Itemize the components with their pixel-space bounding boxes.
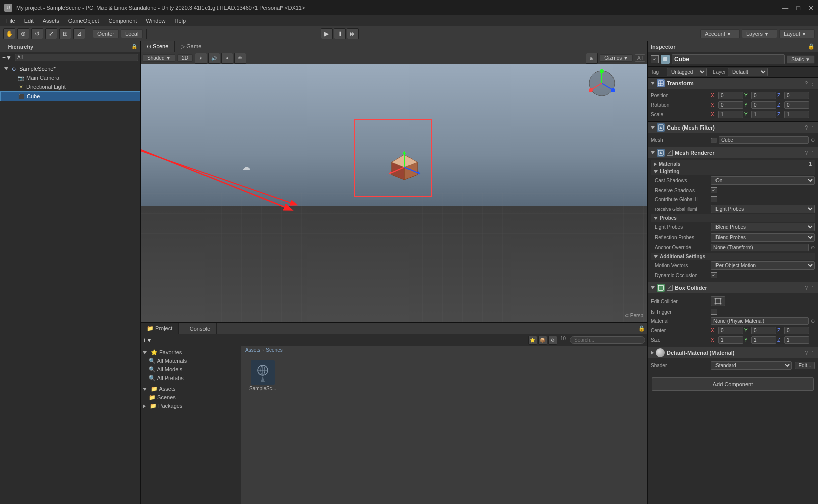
- maximize-button[interactable]: □: [796, 4, 800, 12]
- tab-scene[interactable]: ⊙ Scene: [141, 41, 175, 52]
- scale-y-field[interactable]: [751, 111, 776, 118]
- transform-header[interactable]: Transform ? ⋮: [648, 78, 818, 89]
- rot-z-field[interactable]: [784, 101, 809, 109]
- tree-favorites[interactable]: ⭐ Favorites: [141, 348, 241, 357]
- show-favorites-btn[interactable]: ⭐: [528, 336, 537, 345]
- probes-section-header[interactable]: Probes: [651, 214, 815, 222]
- is-trigger-checkbox[interactable]: [711, 309, 717, 315]
- tool-rect[interactable]: ⊞: [59, 28, 71, 39]
- tree-all-models[interactable]: 🔍 All Models: [141, 365, 241, 374]
- mesh-renderer-menu-icon[interactable]: ⋮: [810, 150, 815, 156]
- scene-search-field[interactable]: All: [635, 54, 645, 62]
- lighting-section-header[interactable]: Lighting: [651, 168, 815, 175]
- motion-vectors-select[interactable]: Per Object Motion Camera Motion Only For…: [711, 261, 815, 270]
- menu-help[interactable]: Help: [170, 17, 190, 25]
- size-x-field[interactable]: [718, 336, 743, 344]
- additional-settings-header[interactable]: Additional Settings: [651, 253, 815, 260]
- layer-select[interactable]: Default: [728, 68, 768, 76]
- gizmos-dropdown[interactable]: Gizmos ▼: [600, 54, 633, 62]
- minimize-button[interactable]: —: [782, 4, 788, 12]
- hierarchy-search[interactable]: [15, 54, 138, 61]
- tool-transform[interactable]: ⊿: [73, 28, 85, 39]
- breadcrumb-assets[interactable]: Assets: [245, 347, 260, 353]
- hier-item-directionallight[interactable]: ☀ Directional Light: [0, 82, 140, 91]
- gizmo-widget[interactable]: [587, 68, 617, 98]
- close-button[interactable]: ✕: [808, 4, 814, 12]
- anchor-override-pick[interactable]: ⊙: [811, 245, 815, 250]
- step-button[interactable]: ⏭: [347, 28, 359, 39]
- box-collider-header[interactable]: Box Collider ? ⋮: [648, 282, 818, 293]
- gameobject-active-checkbox[interactable]: ✓: [651, 55, 659, 63]
- size-z-field[interactable]: [784, 336, 809, 344]
- scene-hide-btn[interactable]: 👁: [234, 53, 246, 64]
- cast-shadows-select[interactable]: On Off Two Sided Shadows Only: [711, 176, 815, 185]
- tree-scenes[interactable]: 📁 Scenes: [141, 393, 241, 402]
- project-search-input[interactable]: [570, 336, 645, 344]
- tool-rotate[interactable]: ↺: [31, 28, 43, 39]
- material-menu-icon[interactable]: ⋮: [810, 350, 815, 356]
- hier-item-samplescene[interactable]: ⊙ SampleScene*: [0, 64, 140, 73]
- play-button[interactable]: ▶: [321, 28, 333, 39]
- project-settings-btn[interactable]: ⚙: [548, 336, 557, 345]
- project-add-btn[interactable]: +▼: [143, 337, 152, 344]
- collider-material-pick[interactable]: ⊙: [811, 318, 815, 324]
- mesh-filter-header[interactable]: Cube (Mesh Filter) ? ⋮: [648, 122, 818, 133]
- receive-shadows-checkbox[interactable]: [711, 187, 717, 193]
- mesh-renderer-active[interactable]: [667, 150, 673, 156]
- scene-gimbal-btn[interactable]: ⊞: [586, 53, 598, 64]
- static-dropdown[interactable]: Static ▼: [787, 55, 815, 64]
- tab-game[interactable]: ▷ Game: [175, 41, 208, 52]
- receive-gi-select[interactable]: Light Probes Lightmaps: [711, 205, 815, 213]
- tool-move[interactable]: ⊕: [17, 28, 29, 39]
- local-button[interactable]: Local: [121, 29, 143, 38]
- scene-audio-btn[interactable]: 🔊: [208, 53, 220, 64]
- scene-light-btn[interactable]: ☀: [195, 53, 207, 64]
- mesh-pick-icon[interactable]: ⊙: [811, 137, 815, 143]
- pos-x-field[interactable]: [718, 92, 743, 99]
- transform-help-icon[interactable]: ?: [805, 81, 808, 86]
- tree-all-prefabs[interactable]: 🔍 All Prefabs: [141, 374, 241, 383]
- anchor-override-field[interactable]: [711, 244, 809, 251]
- pos-y-field[interactable]: [751, 92, 776, 99]
- edit-shader-btn[interactable]: Edit...: [795, 362, 815, 369]
- tool-hand[interactable]: ✋: [3, 28, 15, 39]
- menu-component[interactable]: Component: [104, 17, 141, 25]
- hier-item-cube[interactable]: ⬛ Cube: [0, 91, 140, 101]
- mesh-renderer-help-icon[interactable]: ?: [805, 150, 808, 156]
- hierarchy-add-btn[interactable]: +▼: [2, 54, 12, 61]
- pause-button[interactable]: ⏸: [334, 28, 346, 39]
- material-help-icon[interactable]: ?: [805, 350, 808, 356]
- hier-expand-samplescene[interactable]: [4, 67, 8, 70]
- collider-material-field[interactable]: [711, 317, 809, 325]
- file-samplescene[interactable]: SampleSc...: [245, 358, 280, 393]
- menu-gameobject[interactable]: GameObject: [64, 17, 104, 25]
- edit-collider-button[interactable]: [711, 296, 725, 306]
- mesh-field[interactable]: [719, 136, 809, 144]
- center-y-field[interactable]: [751, 327, 776, 334]
- menu-edit[interactable]: Edit: [20, 17, 38, 25]
- inspector-lock-icon[interactable]: 🔒: [808, 43, 815, 50]
- pos-z-field[interactable]: [784, 92, 809, 99]
- layers-dropdown[interactable]: Layers ▼: [742, 29, 777, 38]
- transform-menu-icon[interactable]: ⋮: [810, 81, 815, 86]
- center-z-field[interactable]: [784, 327, 809, 334]
- breadcrumb-scenes[interactable]: Scenes: [266, 347, 282, 353]
- light-probes-select[interactable]: Blend Probes Off Simple Use Proxy Volume: [711, 223, 815, 231]
- center-button[interactable]: Center: [93, 29, 119, 38]
- size-y-field[interactable]: [751, 336, 776, 344]
- mesh-renderer-header[interactable]: Mesh Renderer ? ⋮: [648, 147, 818, 158]
- scene-viewport[interactable]: ⊂ Persp ☁: [141, 64, 647, 322]
- tree-assets[interactable]: 📁 Assets: [141, 385, 241, 393]
- tool-scale[interactable]: ⤢: [45, 28, 57, 39]
- shading-dropdown[interactable]: Shaded ▼: [143, 54, 175, 62]
- box-collider-menu-icon[interactable]: ⋮: [810, 285, 815, 291]
- material-header[interactable]: Default-Material (Material) ? ⋮: [648, 347, 818, 358]
- tag-select[interactable]: Untagged: [667, 68, 707, 76]
- titlebar-controls[interactable]: — □ ✕: [782, 4, 814, 12]
- tab-project[interactable]: 📁 Project: [141, 323, 179, 334]
- 2d-button[interactable]: 2D: [177, 54, 193, 62]
- hierarchy-lock[interactable]: 🔒: [131, 44, 137, 49]
- contribute-gi-checkbox[interactable]: [711, 196, 717, 202]
- box-collider-help-icon[interactable]: ?: [805, 285, 808, 291]
- scale-z-field[interactable]: [784, 111, 809, 118]
